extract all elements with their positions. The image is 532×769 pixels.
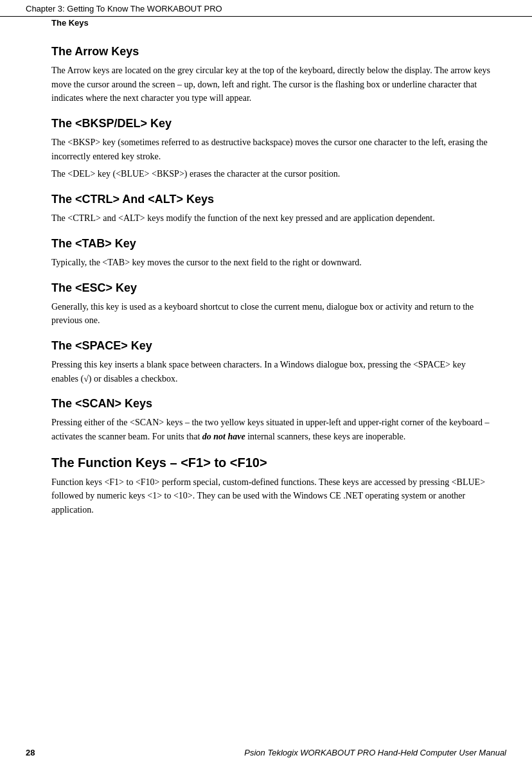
footer: 28 Psion Teklogix WORKABOUT PRO Hand-Hel… bbox=[0, 748, 532, 757]
section-tab-key: The <TAB> Key Typically, the <TAB> key m… bbox=[51, 237, 493, 270]
heading-tab-key: The <TAB> Key bbox=[51, 237, 493, 251]
heading-bksp-del: The <BKSP/DEL> Key bbox=[51, 117, 493, 130]
section-ctrl-alt: The <CTRL> And <ALT> Keys The <CTRL> and… bbox=[51, 193, 493, 225]
section-scan-keys: The <SCAN> Keys Pressing either of the <… bbox=[51, 397, 493, 443]
text-scan-p1: Pressing either of the <SCAN> keys – the… bbox=[51, 416, 493, 443]
heading-esc-key: The <ESC> Key bbox=[51, 281, 493, 295]
chapter-title: Chapter 3: Getting To Know The WORKABOUT… bbox=[26, 4, 222, 13]
heading-scan-keys: The <SCAN> Keys bbox=[51, 397, 493, 411]
footer-doc-title: Psion Teklogix WORKABOUT PRO Hand-Held C… bbox=[244, 748, 506, 757]
content-area: The Arrow Keys The Arrow keys are locate… bbox=[0, 28, 532, 554]
footer-page-number: 28 bbox=[26, 748, 35, 757]
heading-arrow-keys: The Arrow Keys bbox=[51, 45, 493, 58]
text-tab-p1: Typically, the <TAB> key moves the curso… bbox=[51, 256, 493, 270]
text-space-p1: Pressing this key inserts a blank space … bbox=[51, 358, 493, 385]
section-function-keys: The Function Keys – <F1> to <F10> Functi… bbox=[51, 455, 493, 517]
text-ctrl-alt-p1: The <CTRL> and <ALT> keys modify the fun… bbox=[51, 211, 493, 225]
page-container: Chapter 3: Getting To Know The WORKABOUT… bbox=[0, 0, 532, 769]
top-bar: Chapter 3: Getting To Know The WORKABOUT… bbox=[0, 0, 532, 17]
text-bksp-p1: The <BKSP> key (sometimes referred to as… bbox=[51, 136, 493, 163]
text-function-p1: Function keys <F1> to <F10> perform spec… bbox=[51, 475, 493, 517]
heading-ctrl-alt: The <CTRL> And <ALT> Keys bbox=[51, 193, 493, 206]
section-space-key: The <SPACE> Key Pressing this key insert… bbox=[51, 339, 493, 385]
section-title-top: The Keys bbox=[51, 18, 89, 28]
section-esc-key: The <ESC> Key Generally, this key is use… bbox=[51, 281, 493, 328]
section-arrow-keys: The Arrow Keys The Arrow keys are locate… bbox=[51, 45, 493, 105]
text-arrow-keys-p1: The Arrow keys are located on the grey c… bbox=[51, 64, 493, 105]
heading-space-key: The <SPACE> Key bbox=[51, 339, 493, 353]
bold-italic-scan: do not have bbox=[202, 432, 245, 441]
heading-function-keys: The Function Keys – <F1> to <F10> bbox=[51, 455, 493, 470]
text-bksp-p2: The <DEL> key (<BLUE> <BKSP>) erases the… bbox=[51, 167, 493, 181]
text-esc-p1: Generally, this key is used as a keyboar… bbox=[51, 300, 493, 328]
section-bksp-del: The <BKSP/DEL> Key The <BKSP> key (somet… bbox=[51, 117, 493, 181]
